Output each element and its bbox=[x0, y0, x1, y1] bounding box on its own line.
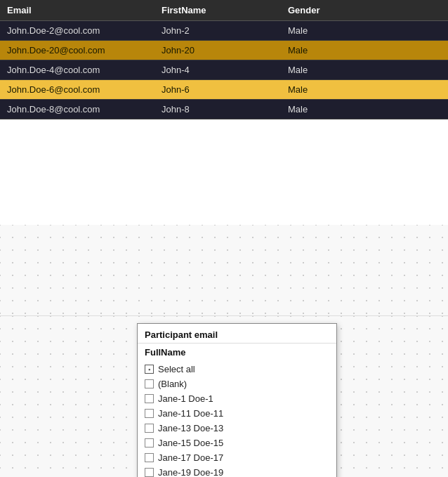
dropdown-item-label: (Blank) bbox=[158, 379, 187, 389]
checkbox-icon bbox=[145, 438, 154, 447]
cell-email: John.Doe-6@cool.com bbox=[0, 80, 154, 99]
checkbox-icon bbox=[145, 468, 154, 477]
checkbox-icon bbox=[145, 453, 154, 462]
table-row[interactable]: John.Doe-8@cool.com John-8 Male bbox=[0, 100, 448, 119]
checkbox-icon bbox=[145, 394, 154, 403]
dropdown-item-label: Select all bbox=[158, 364, 195, 374]
table-header: Email FirstName Gender bbox=[0, 0, 448, 21]
cell-firstname: John-20 bbox=[154, 41, 281, 60]
table-body: John.Doe-2@cool.com John-2 Male John.Doe… bbox=[0, 21, 448, 119]
table-row[interactable]: John.Doe-20@cool.com John-20 Male bbox=[0, 41, 448, 60]
checkbox-icon bbox=[145, 365, 154, 374]
dropdown-subtitle: FullName bbox=[138, 344, 336, 360]
dropdown-item[interactable]: Jane-15 Doe-15 bbox=[138, 436, 336, 450]
data-table: Email FirstName Gender John.Doe-2@cool.c… bbox=[0, 0, 448, 119]
dropdown-item[interactable]: Jane-1 Doe-1 bbox=[138, 391, 336, 406]
dropdown-item[interactable]: Select all bbox=[138, 362, 336, 377]
cell-firstname: John-2 bbox=[154, 21, 281, 40]
filter-dropdown: Participant email FullName Select all(Bl… bbox=[137, 323, 337, 477]
dropdown-item[interactable]: Jane-17 Doe-17 bbox=[138, 450, 336, 465]
cell-gender: Male bbox=[281, 21, 365, 40]
header-gender: Gender bbox=[281, 0, 365, 20]
table-row[interactable]: John.Doe-4@cool.com John-4 Male bbox=[0, 60, 448, 80]
dropdown-item-label: Jane-19 Doe-19 bbox=[158, 467, 223, 477]
cell-email: John.Doe-8@cool.com bbox=[0, 100, 154, 119]
dropdown-items-list[interactable]: Select all(Blank)Jane-1 Doe-1Jane-11 Doe… bbox=[138, 360, 336, 477]
cell-email: John.Doe-20@cool.com bbox=[0, 41, 154, 60]
cell-gender: Male bbox=[281, 100, 365, 119]
dropdown-item[interactable]: (Blank) bbox=[138, 377, 336, 391]
dropdown-item-label: Jane-15 Doe-15 bbox=[158, 438, 223, 448]
cell-email: John.Doe-4@cool.com bbox=[0, 60, 154, 79]
header-email: Email bbox=[0, 0, 154, 20]
dropdown-item-label: Jane-13 Doe-13 bbox=[158, 423, 223, 433]
cell-firstname: John-8 bbox=[154, 100, 281, 119]
cell-gender: Male bbox=[281, 80, 365, 99]
dot-grid bbox=[0, 225, 448, 323]
bottom-area: Participant email FullName Select all(Bl… bbox=[0, 315, 448, 477]
cell-gender: Male bbox=[281, 60, 365, 79]
middle-area bbox=[0, 119, 448, 323]
checkbox-icon bbox=[145, 379, 154, 388]
table-row[interactable]: John.Doe-6@cool.com John-6 Male bbox=[0, 80, 448, 100]
dropdown-item-label: Jane-1 Doe-1 bbox=[158, 393, 213, 404]
cell-firstname: John-6 bbox=[154, 80, 281, 99]
table-row[interactable]: John.Doe-2@cool.com John-2 Male bbox=[0, 21, 448, 41]
cell-email: John.Doe-2@cool.com bbox=[0, 21, 154, 40]
cell-firstname: John-4 bbox=[154, 60, 281, 79]
dots-background bbox=[0, 225, 448, 323]
dropdown-item-label: Jane-17 Doe-17 bbox=[158, 452, 223, 463]
header-firstname: FirstName bbox=[154, 0, 281, 20]
dropdown-item[interactable]: Jane-11 Doe-11 bbox=[138, 406, 336, 421]
dropdown-item-label: Jane-11 Doe-11 bbox=[158, 408, 223, 419]
dropdown-item[interactable]: Jane-19 Doe-19 bbox=[138, 465, 336, 477]
dropdown-item[interactable]: Jane-13 Doe-13 bbox=[138, 421, 336, 436]
checkbox-icon bbox=[145, 409, 154, 418]
dropdown-title: Participant email bbox=[138, 324, 336, 344]
checkbox-icon bbox=[145, 424, 154, 433]
cell-gender: Male bbox=[281, 41, 365, 60]
